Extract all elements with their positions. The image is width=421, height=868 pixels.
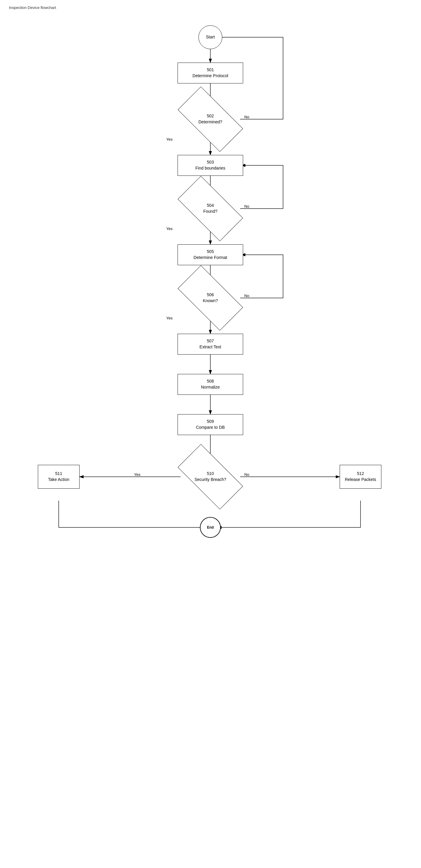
- node-507: 507 Extract Text: [177, 334, 243, 354]
- label-510-no: No: [244, 472, 249, 477]
- label-504-yes: Yes: [166, 226, 172, 231]
- end-node: End: [200, 517, 221, 538]
- label-502-no: No: [244, 115, 249, 119]
- label-506-no: No: [244, 293, 249, 298]
- page-title: Inspection Device flowchart: [9, 5, 56, 10]
- node-510: 510 Security Breach?: [181, 460, 240, 493]
- label-502-yes: Yes: [166, 137, 172, 142]
- page: Inspection Device flowchart: [0, 0, 421, 868]
- node-508: 508 Normalize: [177, 374, 243, 395]
- label-504-no: No: [244, 204, 249, 209]
- node-502: 502 Determined?: [181, 103, 240, 135]
- node-511: 511 Take Action: [38, 465, 79, 489]
- node-512: 512 Release Packets: [339, 465, 381, 489]
- node-505: 505 Determine Format: [177, 244, 243, 265]
- node-501: 501 Determine Protocol: [177, 63, 243, 84]
- label-510-yes: Yes: [134, 472, 140, 477]
- node-509: 509 Compare to DB: [177, 414, 243, 435]
- flowchart: Start 501 Determine Protocol 502 Determi…: [0, 15, 421, 864]
- node-504: 504 Found?: [181, 192, 240, 225]
- start-node: Start: [198, 25, 222, 49]
- label-506-yes: Yes: [166, 316, 172, 320]
- node-503: 503 Find boundaries: [177, 155, 243, 176]
- node-506: 506 Known?: [181, 282, 240, 314]
